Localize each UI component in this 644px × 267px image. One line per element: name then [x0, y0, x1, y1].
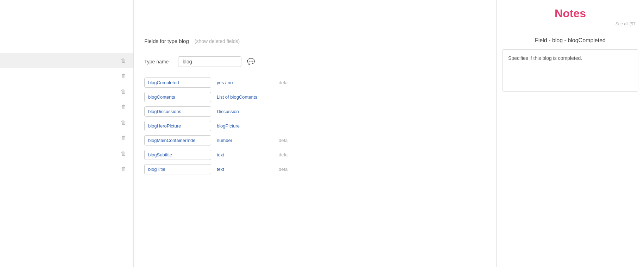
trash-icon[interactable]: 🗑 — [121, 119, 126, 126]
fields-header: Fields for type blog (show deleted field… — [144, 38, 240, 49]
sidebar-row: 🗑 — [0, 68, 133, 84]
trash-icon[interactable]: 🗑 — [121, 135, 126, 141]
comment-icon[interactable]: 💬 — [247, 58, 255, 66]
field-name-blogSubtitle[interactable]: blogSubtitle — [144, 150, 211, 160]
show-deleted-link[interactable]: (show deleted fields) — [195, 38, 240, 44]
fields-title: Fields for type blog — [144, 38, 189, 44]
sidebar-row: 🗑 — [0, 84, 133, 99]
notes-content-box: Specifies if this blog is completed. — [502, 49, 638, 92]
sidebar-row: 🗑 — [0, 161, 133, 177]
sidebar-row: 🗑 — [0, 53, 133, 68]
notes-panel: Notes See all (97 Field - blog - blogCom… — [496, 0, 644, 267]
field-row-blogTitle: blogTitle text defa — [144, 162, 486, 176]
field-default-blogTitle: defa — [279, 167, 288, 172]
field-row-blogDiscussions: blogDiscussions Discussion — [144, 104, 486, 119]
trash-icon[interactable]: 🗑 — [121, 73, 126, 79]
field-name-blogContents[interactable]: blogContents — [144, 92, 211, 102]
field-type-blogContents: List of blogContents — [217, 94, 273, 100]
trash-icon[interactable]: 🗑 — [121, 150, 126, 157]
field-row-blogHeroPicture: blogHeroPicture blogPicture — [144, 119, 486, 133]
type-name-row: Type name 💬 — [144, 56, 486, 67]
field-type-blogCompleted: yes / no — [217, 80, 273, 85]
notes-header: Notes See all (97 — [497, 0, 644, 30]
notes-see-all-link[interactable]: See all (97 — [504, 21, 637, 26]
notes-title: Notes — [504, 7, 637, 20]
main-top-bar: Fields for type blog (show deleted field… — [134, 0, 496, 49]
sidebar-row: 🗑 — [0, 115, 133, 130]
left-top-bar — [0, 0, 133, 49]
field-row-blogMainContainerInde: blogMainContainerInde number defa — [144, 133, 486, 148]
sidebar-row: 🗑 — [0, 99, 133, 115]
field-name-blogHeroPicture[interactable]: blogHeroPicture — [144, 121, 211, 131]
type-name-input[interactable] — [178, 56, 241, 67]
field-row-blogCompleted: blogCompleted yes / no defa — [144, 75, 486, 90]
left-sidebar: 🗑 🗑 🗑 🗑 🗑 🗑 🗑 — [0, 0, 134, 267]
field-default-blogSubtitle: defa — [279, 152, 288, 157]
trash-icon[interactable]: 🗑 — [121, 166, 126, 172]
trash-icon[interactable]: 🗑 — [121, 57, 126, 64]
field-row-blogSubtitle: blogSubtitle text defa — [144, 148, 486, 162]
fields-list: blogCompleted yes / no defa blogContents… — [144, 75, 486, 176]
sidebar-row: 🗑 — [0, 146, 133, 161]
sidebar-list: 🗑 🗑 🗑 🗑 🗑 🗑 🗑 — [0, 49, 133, 180]
fields-body: Type name 💬 blogCompleted yes / no defa … — [134, 49, 496, 267]
field-row-blogContents: blogContents List of blogContents — [144, 90, 486, 104]
type-name-label: Type name — [144, 59, 172, 64]
field-name-blogCompleted[interactable]: blogCompleted — [144, 77, 211, 88]
field-type-blogMainContainerInde: number — [217, 138, 273, 143]
notes-field-title: Field - blog - blogCompleted — [497, 30, 644, 49]
sidebar-row: 🗑 — [0, 130, 133, 146]
field-name-blogTitle[interactable]: blogTitle — [144, 164, 211, 174]
trash-icon[interactable]: 🗑 — [121, 104, 126, 110]
field-default-blogMainContainerInde: defa — [279, 138, 288, 143]
field-name-blogMainContainerInde[interactable]: blogMainContainerInde — [144, 135, 211, 145]
field-default-blogCompleted: defa — [279, 80, 288, 85]
main-content-area: Fields for type blog (show deleted field… — [134, 0, 496, 267]
notes-description: Specifies if this blog is completed. — [508, 55, 632, 62]
left-content: 🗑 🗑 🗑 🗑 🗑 🗑 🗑 — [0, 49, 133, 267]
field-type-blogSubtitle: text — [217, 152, 273, 157]
field-type-blogTitle: text — [217, 167, 273, 172]
field-type-blogHeroPicture: blogPicture — [217, 123, 273, 129]
field-name-blogDiscussions[interactable]: blogDiscussions — [144, 106, 211, 117]
trash-icon[interactable]: 🗑 — [121, 88, 126, 95]
field-type-blogDiscussions: Discussion — [217, 109, 273, 114]
